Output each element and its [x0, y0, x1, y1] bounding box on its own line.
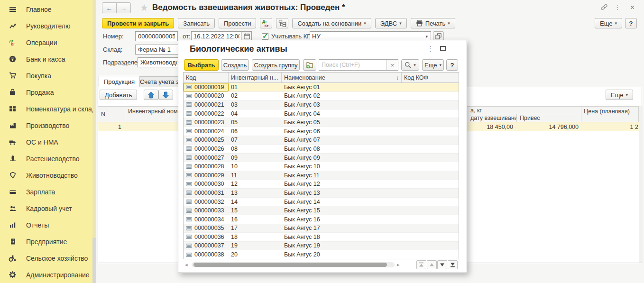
modal-table-row[interactable]: 00000003315Бык Ангус 15	[184, 206, 459, 215]
sidebar-item-selskoe-hozyajstvo[interactable]: Сельское хозяйство	[0, 250, 92, 266]
col-name[interactable]: Наименование↓	[282, 73, 402, 82]
factory-icon	[8, 121, 17, 129]
go-first-button[interactable]	[416, 260, 426, 269]
sidebar-item-kadrovyj-uchet[interactable]: Кадровый учет	[0, 200, 92, 217]
cell-code: 000000021	[184, 100, 229, 109]
sidebar-item-operacii[interactable]: ДтКтОперации	[0, 34, 92, 51]
forward-button[interactable]: →	[116, 2, 131, 13]
sidebar-item-prodazha[interactable]: Продажа	[0, 84, 92, 100]
scroll-right-icon[interactable]: ▸	[397, 262, 400, 268]
modal-table-row[interactable]: 00000003113Бык Ангус 13	[184, 189, 459, 198]
sidebar-item-bank-i-kassa[interactable]: Банк и касса	[0, 51, 92, 67]
close-icon[interactable]: ×	[630, 4, 635, 11]
element-icon	[186, 253, 192, 257]
modal-help-button[interactable]: ?	[446, 59, 458, 71]
link-icon[interactable]	[600, 4, 608, 10]
modal-table-row[interactable]: 00000002709Бык Ангус 09	[184, 154, 459, 163]
sidebar-item-os-i-nma[interactable]: ОС и НМА	[0, 134, 92, 150]
grid-vertical-scrollbar[interactable]	[639, 106, 643, 263]
go-last-button[interactable]	[448, 260, 458, 269]
search-options-button[interactable]: ▾	[401, 59, 419, 71]
cell-name: Бык Ангус 09	[282, 154, 402, 162]
edvs-button[interactable]: ЭДВС▾	[375, 18, 407, 28]
create-group-icon-button[interactable]	[303, 59, 316, 71]
cell-kof	[402, 92, 459, 100]
sidebar-item-rukovoditelyu[interactable]: Руководителю	[0, 18, 92, 34]
kpn-checkbox[interactable]: ✓	[262, 33, 268, 40]
sidebar-item-administrirovanie[interactable]: Администрирование	[0, 266, 92, 283]
col-inventory[interactable]: Инвентарный н...	[229, 73, 282, 82]
col-code[interactable]: Код	[184, 73, 229, 82]
sidebar-item-zhivotnovodstvo[interactable]: Животноводство	[0, 167, 92, 183]
post-and-close-button[interactable]: Провести и закрыть	[102, 18, 174, 28]
kebab-menu-icon[interactable]: ⋮	[614, 4, 621, 10]
department-input[interactable]	[138, 57, 180, 67]
modal-table-row[interactable]: 00000002911Бык Ангус 11	[184, 171, 459, 180]
maximize-icon[interactable]	[440, 46, 446, 51]
select-button[interactable]: Выбрать	[184, 59, 219, 71]
document-structure-button[interactable]	[276, 18, 288, 28]
post-button[interactable]: Провести	[219, 18, 257, 28]
page-up-button[interactable]	[427, 260, 437, 269]
grid-more-button[interactable]: Еще▾	[606, 90, 633, 100]
number-input[interactable]	[135, 31, 178, 41]
modal-table-row[interactable]: 00000002002Бык Ангус 02	[184, 92, 459, 101]
modal-table-row[interactable]: 00000002507Бык Ангус 07	[184, 136, 459, 145]
sidebar-scrollbar[interactable]	[92, 0, 96, 283]
sidebar-item-nomenklatura-i-sklad[interactable]: Номенклатура и склад	[0, 100, 92, 117]
modal-table-row[interactable]: 00000003618Бык Ангус 18	[184, 233, 459, 242]
create-button[interactable]: Создать	[221, 59, 249, 71]
page-down-button[interactable]	[437, 260, 447, 269]
modal-table-row[interactable]: 00000002608Бык Ангус 08	[184, 145, 459, 154]
sidebar-scrollbar-thumb[interactable]	[92, 0, 96, 238]
modal-table-row[interactable]: 00000001901Бык Ангус 01	[184, 83, 459, 92]
modal-table-row[interactable]: 00000002103Бык Ангус 03	[184, 100, 459, 110]
hscrollbar-track[interactable]	[192, 262, 395, 267]
sidebar-item-glavnoe[interactable]: Главное	[0, 1, 92, 18]
search-input[interactable]	[319, 60, 386, 70]
modal-table-row[interactable]: 00000002810Бык Ангус 10	[184, 162, 459, 171]
modal-table-row[interactable]: 00000003012Бык Ангус 12	[184, 180, 459, 189]
modal-table-row[interactable]: 00000002305Бык Ангус 05	[184, 118, 459, 127]
grid-col-n[interactable]: N	[98, 106, 125, 122]
more-button[interactable]: Еще▾	[595, 18, 622, 28]
modal-table-row[interactable]: 00000003214Бык Ангус 14	[184, 198, 459, 207]
sidebar-item-otchety[interactable]: Отчеты	[0, 217, 92, 233]
favorite-star-icon[interactable]: ★	[140, 2, 148, 13]
grid-col-gain[interactable]: Привес	[517, 114, 581, 122]
cell-kof	[402, 110, 459, 118]
sidebar-item-rastenievodstvo[interactable]: Растениеводство	[0, 150, 92, 167]
modal-table-row[interactable]: 00000003820Бык Ангус 20	[184, 250, 459, 259]
modal-table-row[interactable]: 00000003719Бык Ангус 19	[184, 242, 459, 251]
modal-table-row[interactable]: 00000002406Бык Ангус 06	[184, 127, 459, 136]
grid-col-inventory[interactable]: Инвентарный номер	[125, 106, 179, 122]
print-button[interactable]: Печать▾	[411, 18, 455, 28]
sidebar-item-label: Продажа	[26, 89, 54, 96]
kebab-menu-icon[interactable]: ⋮	[427, 45, 434, 53]
modal-more-button[interactable]: Еще▾	[422, 59, 444, 71]
cell-kof	[402, 233, 459, 241]
clear-search-icon[interactable]: ×	[386, 60, 398, 70]
col-kof[interactable]: Код КОФ	[402, 73, 459, 82]
add-row-button[interactable]: Добавить	[100, 90, 137, 100]
grid-col-price[interactable]: Цена (плановая)	[581, 106, 639, 122]
hscrollbar-thumb[interactable]	[193, 263, 387, 267]
move-row-down-button[interactable]	[158, 90, 173, 100]
tab-products[interactable]: Продукция	[99, 76, 140, 87]
sidebar-item-pokupka[interactable]: Покупка	[0, 67, 92, 84]
sidebar-item-predpriyatie[interactable]: Предприятие	[0, 233, 92, 250]
create-based-on-button[interactable]: Создать на основании▾	[292, 18, 371, 28]
sidebar-item-zarplata[interactable]: Зарплата	[0, 183, 92, 200]
move-row-up-button[interactable]	[144, 90, 158, 100]
modal-table-row[interactable]: 00000003517Бык Ангус 17	[184, 224, 459, 233]
scroll-left-icon[interactable]: ◂	[185, 262, 188, 268]
save-button[interactable]: Записать	[178, 18, 215, 28]
help-button[interactable]: ?	[625, 18, 637, 28]
back-button[interactable]: ←	[102, 2, 117, 13]
warehouse-input[interactable]	[135, 45, 180, 55]
modal-table-row[interactable]: 00000003416Бык Ангус 16	[184, 215, 459, 224]
dtkt-postings-button[interactable]: ДтКт	[260, 18, 272, 28]
create-group-button[interactable]: Создать группу	[252, 59, 300, 71]
sidebar-item-proizvodstvo[interactable]: Производство	[0, 117, 92, 134]
modal-table-row[interactable]: 00000002204Бык Ангус 04	[184, 110, 459, 119]
